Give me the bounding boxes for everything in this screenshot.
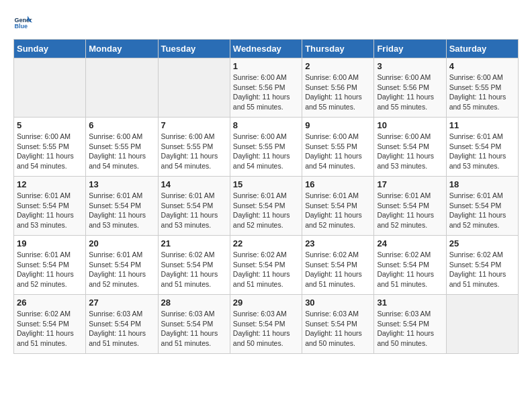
day-info: Sunrise: 6:01 AMSunset: 5:54 PMDaylight:… [161,191,227,230]
day-info: Sunrise: 6:02 AMSunset: 5:54 PMDaylight:… [17,309,83,349]
logo-icon: General Blue [13,13,32,32]
day-info: Sunrise: 6:00 AMSunset: 5:56 PMDaylight:… [377,73,443,112]
calendar-cell: 15Sunrise: 6:01 AMSunset: 5:54 PMDayligh… [230,177,302,236]
day-info: Sunrise: 6:01 AMSunset: 5:54 PMDaylight:… [233,191,299,230]
day-info: Sunrise: 6:03 AMSunset: 5:54 PMDaylight:… [305,309,371,349]
column-header-friday: Friday [374,40,446,58]
day-info: Sunrise: 6:01 AMSunset: 5:54 PMDaylight:… [17,250,83,289]
day-info: Sunrise: 6:00 AMSunset: 5:55 PMDaylight:… [161,132,227,171]
calendar-cell: 30Sunrise: 6:03 AMSunset: 5:54 PMDayligh… [302,295,374,354]
day-number: 6 [89,120,154,130]
day-number: 18 [449,179,515,189]
day-info: Sunrise: 6:02 AMSunset: 5:54 PMDaylight:… [449,250,515,289]
calendar-cell: 8Sunrise: 6:00 AMSunset: 5:55 PMDaylight… [230,118,302,177]
day-info: Sunrise: 6:00 AMSunset: 5:56 PMDaylight:… [233,73,299,112]
calendar-cell: 4Sunrise: 6:00 AMSunset: 5:55 PMDaylight… [446,58,518,118]
calendar-cell [86,58,158,118]
calendar-cell: 25Sunrise: 6:02 AMSunset: 5:54 PMDayligh… [446,236,518,295]
calendar-cell [158,58,230,118]
day-info: Sunrise: 6:02 AMSunset: 5:54 PMDaylight:… [377,250,443,289]
day-info: Sunrise: 6:00 AMSunset: 5:55 PMDaylight:… [89,132,154,171]
day-number: 26 [17,298,83,308]
day-number: 5 [17,120,83,130]
column-header-sunday: Sunday [14,40,86,58]
day-info: Sunrise: 6:00 AMSunset: 5:55 PMDaylight:… [449,73,515,112]
calendar-cell: 13Sunrise: 6:01 AMSunset: 5:54 PMDayligh… [86,177,158,236]
day-info: Sunrise: 6:01 AMSunset: 5:54 PMDaylight:… [449,132,515,171]
calendar-cell: 7Sunrise: 6:00 AMSunset: 5:55 PMDaylight… [158,118,230,177]
day-number: 23 [305,238,371,248]
day-number: 11 [449,120,515,130]
calendar-cell: 29Sunrise: 6:03 AMSunset: 5:54 PMDayligh… [230,295,302,354]
day-number: 24 [377,238,443,248]
day-number: 17 [377,179,443,189]
calendar-cell: 18Sunrise: 6:01 AMSunset: 5:54 PMDayligh… [446,177,518,236]
day-number: 21 [161,238,227,248]
calendar-cell [446,295,518,354]
day-info: Sunrise: 6:03 AMSunset: 5:54 PMDaylight:… [377,309,443,349]
day-info: Sunrise: 6:02 AMSunset: 5:54 PMDaylight:… [233,250,299,289]
calendar-cell: 20Sunrise: 6:01 AMSunset: 5:54 PMDayligh… [86,236,158,295]
calendar-cell: 12Sunrise: 6:01 AMSunset: 5:54 PMDayligh… [14,177,86,236]
day-number: 16 [305,179,371,189]
day-info: Sunrise: 6:02 AMSunset: 5:54 PMDaylight:… [305,250,371,289]
column-header-wednesday: Wednesday [230,40,302,58]
calendar-table: SundayMondayTuesdayWednesdayThursdayFrid… [13,39,519,354]
calendar-cell: 6Sunrise: 6:00 AMSunset: 5:55 PMDaylight… [86,118,158,177]
calendar-cell: 19Sunrise: 6:01 AMSunset: 5:54 PMDayligh… [14,236,86,295]
calendar-cell: 23Sunrise: 6:02 AMSunset: 5:54 PMDayligh… [302,236,374,295]
day-number: 1 [233,61,299,71]
day-number: 31 [377,298,443,308]
day-number: 4 [449,61,515,71]
calendar-cell: 1Sunrise: 6:00 AMSunset: 5:56 PMDaylight… [230,58,302,118]
column-header-saturday: Saturday [446,40,518,58]
calendar-cell: 9Sunrise: 6:00 AMSunset: 5:55 PMDaylight… [302,118,374,177]
day-info: Sunrise: 6:01 AMSunset: 5:54 PMDaylight:… [89,191,154,230]
day-info: Sunrise: 6:00 AMSunset: 5:55 PMDaylight:… [17,132,83,171]
calendar-cell: 16Sunrise: 6:01 AMSunset: 5:54 PMDayligh… [302,177,374,236]
day-info: Sunrise: 6:01 AMSunset: 5:54 PMDaylight:… [377,191,443,230]
calendar-cell: 22Sunrise: 6:02 AMSunset: 5:54 PMDayligh… [230,236,302,295]
day-number: 22 [233,238,299,248]
calendar-cell: 28Sunrise: 6:03 AMSunset: 5:54 PMDayligh… [158,295,230,354]
column-header-tuesday: Tuesday [158,40,230,58]
day-number: 9 [305,120,371,130]
calendar-cell: 10Sunrise: 6:00 AMSunset: 5:54 PMDayligh… [374,118,446,177]
calendar-cell: 2Sunrise: 6:00 AMSunset: 5:56 PMDaylight… [302,58,374,118]
calendar-cell: 31Sunrise: 6:03 AMSunset: 5:54 PMDayligh… [374,295,446,354]
day-info: Sunrise: 6:00 AMSunset: 5:54 PMDaylight:… [377,132,443,171]
day-number: 12 [17,179,83,189]
day-number: 27 [89,298,154,308]
day-number: 29 [233,298,299,308]
day-info: Sunrise: 6:00 AMSunset: 5:55 PMDaylight:… [233,132,299,171]
calendar-cell: 11Sunrise: 6:01 AMSunset: 5:54 PMDayligh… [446,118,518,177]
day-number: 13 [89,179,154,189]
day-number: 10 [377,120,443,130]
calendar-cell: 14Sunrise: 6:01 AMSunset: 5:54 PMDayligh… [158,177,230,236]
calendar-cell: 5Sunrise: 6:00 AMSunset: 5:55 PMDaylight… [14,118,86,177]
calendar-cell: 17Sunrise: 6:01 AMSunset: 5:54 PMDayligh… [374,177,446,236]
day-info: Sunrise: 6:03 AMSunset: 5:54 PMDaylight:… [161,309,227,349]
day-number: 2 [305,61,371,71]
day-number: 15 [233,179,299,189]
day-number: 20 [89,238,154,248]
day-info: Sunrise: 6:01 AMSunset: 5:54 PMDaylight:… [17,191,83,230]
day-info: Sunrise: 6:03 AMSunset: 5:54 PMDaylight:… [89,309,154,349]
calendar-cell: 26Sunrise: 6:02 AMSunset: 5:54 PMDayligh… [14,295,86,354]
calendar-cell [14,58,86,118]
page-header: General Blue [13,13,519,32]
day-info: Sunrise: 6:02 AMSunset: 5:54 PMDaylight:… [161,250,227,289]
day-info: Sunrise: 6:00 AMSunset: 5:55 PMDaylight:… [305,132,371,171]
day-number: 19 [17,238,83,248]
column-header-monday: Monday [86,40,158,58]
calendar-cell: 21Sunrise: 6:02 AMSunset: 5:54 PMDayligh… [158,236,230,295]
day-number: 14 [161,179,227,189]
day-number: 28 [161,298,227,308]
calendar-cell: 3Sunrise: 6:00 AMSunset: 5:56 PMDaylight… [374,58,446,118]
logo: General Blue [13,13,35,32]
day-info: Sunrise: 6:01 AMSunset: 5:54 PMDaylight:… [89,250,154,289]
day-info: Sunrise: 6:00 AMSunset: 5:56 PMDaylight:… [305,73,371,112]
calendar-cell: 27Sunrise: 6:03 AMSunset: 5:54 PMDayligh… [86,295,158,354]
day-number: 25 [449,238,515,248]
column-header-thursday: Thursday [302,40,374,58]
